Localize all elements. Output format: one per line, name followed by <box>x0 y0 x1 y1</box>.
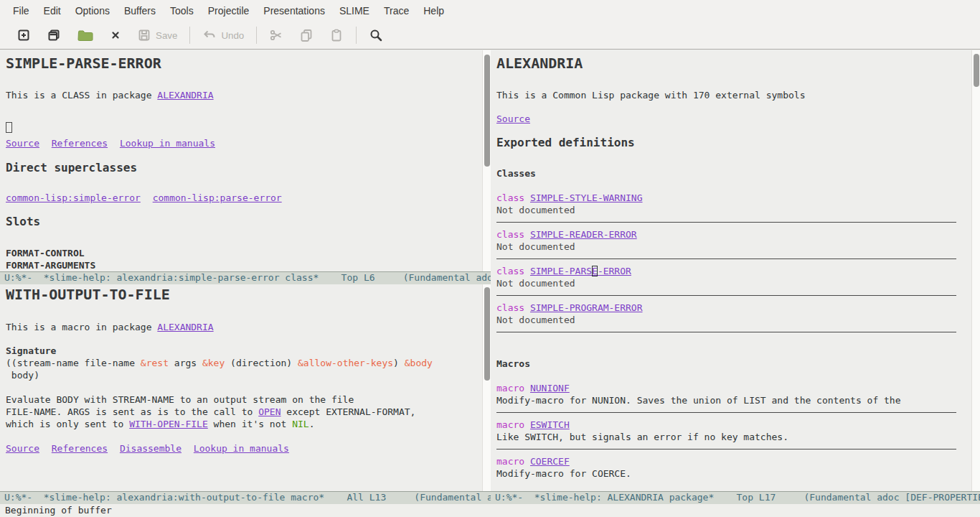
source-link[interactable]: Source <box>496 113 530 124</box>
menu-edit[interactable]: Edit <box>37 5 68 17</box>
signature-line: body) <box>6 369 482 381</box>
paste-button[interactable] <box>329 28 344 42</box>
entry-separator <box>496 412 956 413</box>
references-link[interactable]: References <box>52 138 108 149</box>
toolbar-separator <box>189 27 190 44</box>
minibuffer[interactable]: Beginning of buffer <box>0 504 980 517</box>
undo-icon <box>202 28 217 42</box>
entry-separator <box>496 258 956 259</box>
class-link[interactable]: SIMPLE-PARSE-ERROR <box>530 266 631 276</box>
cut-icon <box>269 28 283 42</box>
class-keyword: class <box>496 266 524 276</box>
macro-link[interactable]: ESWITCH <box>530 419 570 430</box>
lookup-in-manuals-link[interactable]: Lookup in manuals <box>194 443 289 454</box>
doc-title: WITH-OUTPUT-TO-FILE <box>6 287 482 302</box>
scrollbar-thumb[interactable] <box>974 54 979 87</box>
signature-heading: Signature <box>6 345 482 357</box>
class-link[interactable]: SIMPLE-PROGRAM-ERROR <box>530 302 643 313</box>
tool-bar: Save Undo <box>0 22 980 49</box>
superclass-link[interactable]: common-lisp:simple-error <box>6 192 141 203</box>
doc-intro: This is a macro in package ALEXANDRIA <box>6 321 482 333</box>
source-link[interactable]: Source <box>6 138 39 149</box>
modeline-with-output-to-file: U:%*- *slime-help: alexandria:with-outpu… <box>0 491 491 504</box>
buffer-with-output-to-file[interactable]: WITH-OUTPUT-TO-FILE This is a macro in p… <box>0 284 482 491</box>
cut-button[interactable] <box>269 28 283 42</box>
search-icon <box>369 28 383 42</box>
new-window-button[interactable] <box>17 28 31 42</box>
action-links: Source References Lookup in manuals <box>6 137 482 149</box>
copy-button[interactable] <box>299 28 314 42</box>
with-open-file-link[interactable]: WITH-OPEN-FILE <box>129 419 208 429</box>
macro-doc: Modify-macro for NUNION. Saves the union… <box>496 394 971 406</box>
window-alexandria-package: ALEXANDRIA This is a Common Lisp package… <box>491 50 980 504</box>
duplicate-window-icon <box>47 28 61 42</box>
menu-help[interactable]: Help <box>416 5 451 17</box>
menu-tools[interactable]: Tools <box>163 5 201 17</box>
menu-projectile[interactable]: Projectile <box>201 5 257 17</box>
undo-button[interactable]: Undo <box>202 28 244 42</box>
macro-link[interactable]: COERCEF <box>530 456 570 467</box>
menu-buffers[interactable]: Buffers <box>117 5 163 17</box>
class-doc: Not documented <box>496 204 971 216</box>
buffer-alexandria-package[interactable]: ALEXANDRIA This is a Common Lisp package… <box>491 50 971 491</box>
close-buffer-button[interactable] <box>110 29 121 41</box>
package-link[interactable]: ALEXANDRIA <box>157 322 213 332</box>
macro-entry: macro NUNIONF Modify-macro for NUNION. S… <box>496 382 971 413</box>
lookup-in-manuals-link[interactable]: Lookup in manuals <box>120 138 215 149</box>
slot-name: FORMAT-ARGUMENTS <box>6 259 482 271</box>
source-link[interactable]: Source <box>6 443 39 454</box>
disassemble-link[interactable]: Disassemble <box>120 443 182 454</box>
class-entry: class SIMPLE-READER-ERROR Not documented <box>496 228 971 259</box>
lambda-keyword: &allow-other-keys <box>298 358 393 368</box>
open-link[interactable]: OPEN <box>258 406 281 417</box>
doc-title: ALEXANDRIA <box>496 56 971 71</box>
modeline-simple-parse-error: U:%*- *slime-help: alexandria:simple-par… <box>0 271 491 284</box>
class-link[interactable]: SIMPLE-STYLE-WARNING <box>530 192 643 203</box>
menu-presentations[interactable]: Presentations <box>256 5 332 17</box>
menu-file[interactable]: File <box>6 5 37 17</box>
open-folder-button[interactable] <box>77 28 94 42</box>
toolbar-separator <box>256 27 257 44</box>
minibuffer-message: Beginning of buffer <box>5 505 112 516</box>
scrollbar-track[interactable] <box>482 284 491 491</box>
exported-definitions-heading: Exported definitions <box>496 136 971 149</box>
scrollbar-track[interactable] <box>971 50 980 491</box>
scrollbar-thumb[interactable] <box>484 55 490 167</box>
scrollbar-track[interactable] <box>482 50 491 271</box>
macro-keyword: macro <box>496 383 524 393</box>
menu-trace[interactable]: Trace <box>377 5 416 17</box>
nil-constant: NIL <box>292 419 308 429</box>
open-folder-icon <box>77 28 94 42</box>
menu-slime[interactable]: SLIME <box>332 5 377 17</box>
class-link[interactable]: SIMPLE-READER-ERROR <box>530 229 637 240</box>
class-entry: class SIMPLE-PARSE-ERROR Not documented <box>496 265 971 296</box>
doc-intro: This is a CLASS in package ALEXANDRIA <box>6 89 482 101</box>
superclass-link[interactable]: common-lisp:parse-error <box>153 192 282 203</box>
class-entry: class SIMPLE-PROGRAM-ERROR Not documente… <box>496 302 971 332</box>
undo-button-label: Undo <box>221 30 244 41</box>
class-doc: Not documented <box>496 241 971 253</box>
window-with-output-to-file: WITH-OUTPUT-TO-FILE This is a macro in p… <box>0 284 491 504</box>
duplicate-window-button[interactable] <box>47 28 61 42</box>
class-keyword: class <box>496 302 524 313</box>
new-window-icon <box>17 28 31 42</box>
menu-bar: File Edit Options Buffers Tools Projecti… <box>0 0 980 22</box>
superclasses-heading: Direct superclasses <box>6 162 482 174</box>
doc-intro: This is a Common Lisp package with 170 e… <box>496 89 971 101</box>
scrollbar-thumb[interactable] <box>484 287 490 381</box>
menu-options[interactable]: Options <box>68 5 117 17</box>
buffer-simple-parse-error[interactable]: SIMPLE-PARSE-ERROR This is a CLASS in pa… <box>0 50 482 271</box>
package-link[interactable]: ALEXANDRIA <box>157 90 213 101</box>
doc-title: SIMPLE-PARSE-ERROR <box>6 56 482 71</box>
class-keyword: class <box>496 192 524 203</box>
references-link[interactable]: References <box>52 443 108 454</box>
search-button[interactable] <box>369 28 383 42</box>
lambda-keyword: &rest <box>141 358 169 368</box>
save-button[interactable]: Save <box>137 28 177 42</box>
close-icon <box>110 29 121 41</box>
superclass-links: common-lisp:simple-error common-lisp:par… <box>6 192 482 204</box>
macro-link[interactable]: NUNIONF <box>530 383 570 393</box>
macro-entry: macro COERCEF Modify-macro for COERCE. <box>496 455 971 480</box>
class-keyword: class <box>496 229 524 240</box>
save-button-label: Save <box>156 30 177 41</box>
